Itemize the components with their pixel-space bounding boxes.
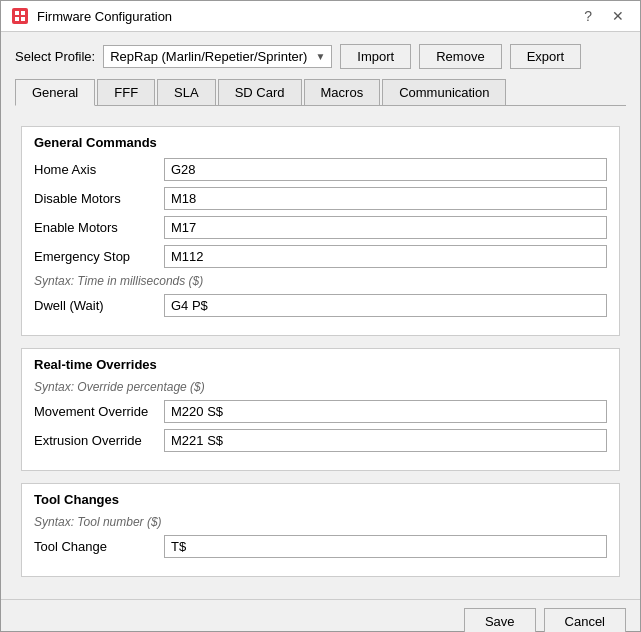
- input-tool-change[interactable]: [164, 535, 607, 558]
- svg-rect-0: [12, 8, 28, 24]
- tabs-row: General FFF SLA SD Card Macros Communica…: [15, 79, 626, 106]
- field-row-enable-motors: Enable Motors: [34, 216, 607, 239]
- app-icon: [11, 7, 29, 25]
- syntax-note-time: Syntax: Time in milliseconds ($): [34, 274, 607, 288]
- field-row-extrusion-override: Extrusion Override: [34, 429, 607, 452]
- section-title-tool-changes: Tool Changes: [34, 492, 607, 507]
- label-tool-change: Tool Change: [34, 539, 164, 554]
- svg-rect-4: [21, 17, 25, 21]
- footer: Save Cancel: [1, 599, 640, 632]
- tab-communication[interactable]: Communication: [382, 79, 506, 105]
- label-enable-motors: Enable Motors: [34, 220, 164, 235]
- label-emergency-stop: Emergency Stop: [34, 249, 164, 264]
- tab-general[interactable]: General: [15, 79, 95, 106]
- svg-rect-3: [15, 17, 19, 21]
- tab-content-general: General Commands Home Axis Disable Motor…: [15, 116, 626, 587]
- tab-sla[interactable]: SLA: [157, 79, 216, 105]
- section-title-general-commands: General Commands: [34, 135, 607, 150]
- main-window: Firmware Configuration ? ✕ Select Profil…: [0, 0, 641, 632]
- section-general-commands: General Commands Home Axis Disable Motor…: [21, 126, 620, 336]
- field-row-disable-motors: Disable Motors: [34, 187, 607, 210]
- profile-row: Select Profile: RepRap (Marlin/Repetier/…: [15, 44, 626, 69]
- label-disable-motors: Disable Motors: [34, 191, 164, 206]
- input-dwell[interactable]: [164, 294, 607, 317]
- input-enable-motors[interactable]: [164, 216, 607, 239]
- input-home-axis[interactable]: [164, 158, 607, 181]
- title-bar-right: ? ✕: [578, 7, 630, 25]
- help-button[interactable]: ?: [578, 7, 598, 25]
- save-button[interactable]: Save: [464, 608, 536, 632]
- import-button[interactable]: Import: [340, 44, 411, 69]
- field-row-dwell: Dwell (Wait): [34, 294, 607, 317]
- label-extrusion-override: Extrusion Override: [34, 433, 164, 448]
- title-bar-left: Firmware Configuration: [11, 7, 172, 25]
- export-button[interactable]: Export: [510, 44, 582, 69]
- label-home-axis: Home Axis: [34, 162, 164, 177]
- tab-macros[interactable]: Macros: [304, 79, 381, 105]
- input-emergency-stop[interactable]: [164, 245, 607, 268]
- chevron-down-icon: ▼: [315, 51, 325, 62]
- cancel-button[interactable]: Cancel: [544, 608, 626, 632]
- profile-select-value: RepRap (Marlin/Repetier/Sprinter): [110, 49, 307, 64]
- syntax-note-tool: Syntax: Tool number ($): [34, 515, 607, 529]
- remove-button[interactable]: Remove: [419, 44, 501, 69]
- field-row-home-axis: Home Axis: [34, 158, 607, 181]
- field-row-movement-override: Movement Override: [34, 400, 607, 423]
- input-disable-motors[interactable]: [164, 187, 607, 210]
- label-dwell: Dwell (Wait): [34, 298, 164, 313]
- title-bar: Firmware Configuration ? ✕: [1, 1, 640, 32]
- close-button[interactable]: ✕: [606, 7, 630, 25]
- tab-sd-card[interactable]: SD Card: [218, 79, 302, 105]
- profile-label: Select Profile:: [15, 49, 95, 64]
- section-tool-changes: Tool Changes Syntax: Tool number ($) Too…: [21, 483, 620, 577]
- svg-rect-2: [21, 11, 25, 15]
- syntax-note-override: Syntax: Override percentage ($): [34, 380, 607, 394]
- tab-fff[interactable]: FFF: [97, 79, 155, 105]
- field-row-tool-change: Tool Change: [34, 535, 607, 558]
- section-title-realtime-overrides: Real-time Overrides: [34, 357, 607, 372]
- label-movement-override: Movement Override: [34, 404, 164, 419]
- section-realtime-overrides: Real-time Overrides Syntax: Override per…: [21, 348, 620, 471]
- window-title: Firmware Configuration: [37, 9, 172, 24]
- profile-select[interactable]: RepRap (Marlin/Repetier/Sprinter) ▼: [103, 45, 332, 68]
- main-content: Select Profile: RepRap (Marlin/Repetier/…: [1, 32, 640, 599]
- input-movement-override[interactable]: [164, 400, 607, 423]
- input-extrusion-override[interactable]: [164, 429, 607, 452]
- field-row-emergency-stop: Emergency Stop: [34, 245, 607, 268]
- svg-rect-1: [15, 11, 19, 15]
